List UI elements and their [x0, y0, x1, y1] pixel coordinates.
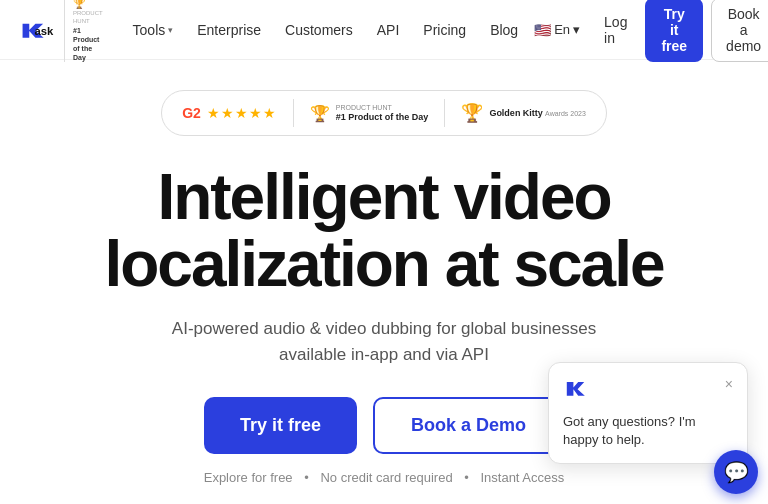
try-free-nav-button[interactable]: Try it free	[645, 0, 703, 62]
login-button[interactable]: Log in	[594, 8, 637, 52]
logo-area: ask 🏆 PRODUCT HUNT #1 Product of the Day	[20, 0, 103, 62]
ph-badge-sub: PRODUCT HUNT	[336, 103, 429, 112]
hero-try-free-button[interactable]: Try it free	[204, 397, 357, 454]
navbar: ask 🏆 PRODUCT HUNT #1 Product of the Day…	[0, 0, 768, 60]
chat-message-text: Got any questions? I'm happy to help.	[563, 413, 733, 449]
navbar-ph-badge: 🏆 PRODUCT HUNT #1 Product of the Day	[64, 0, 103, 62]
book-demo-nav-button[interactable]: Book a demo	[711, 0, 768, 62]
gk-title: Golden Kitty	[489, 108, 543, 118]
golden-kitty-badge: 🏆 Golden Kitty Awards 2023	[461, 102, 585, 124]
badge-divider-1	[293, 99, 294, 127]
hero-subtext: AI-powered audio & video dubbing for glo…	[164, 316, 604, 367]
nav-blog[interactable]: Blog	[480, 16, 528, 44]
svg-text:ask: ask	[34, 25, 54, 37]
nav-links: Tools ▾ Enterprise Customers API Pricing…	[123, 16, 529, 44]
nav-enterprise[interactable]: Enterprise	[187, 16, 271, 44]
nav-tools[interactable]: Tools ▾	[123, 16, 184, 44]
nav-pricing[interactable]: Pricing	[413, 16, 476, 44]
tools-chevron-icon: ▾	[168, 25, 173, 35]
hero-book-demo-button[interactable]: Book a Demo	[373, 397, 564, 454]
trophy-icon: 🏆	[73, 0, 103, 10]
trust-badges-row: G2 ★★★★★ 🏆 PRODUCT HUNT #1 Product of th…	[161, 90, 607, 136]
rask-logo-icon: ask	[20, 18, 56, 42]
hero-footer-text: Explore for free • No credit card requir…	[200, 470, 569, 485]
chat-widget-header: ×	[563, 377, 733, 405]
star-rating: ★★★★★	[207, 105, 277, 121]
chat-bubble-button[interactable]: 💬	[714, 450, 758, 494]
language-selector[interactable]: 🇺🇸 En ▾	[528, 18, 586, 42]
g2-badge: G2 ★★★★★	[182, 105, 277, 121]
flag-icon: 🇺🇸	[534, 22, 551, 38]
hero-cta-row: Try it free Book a Demo	[204, 397, 564, 454]
nav-customers[interactable]: Customers	[275, 16, 363, 44]
ph-hero-badge: 🏆 PRODUCT HUNT #1 Product of the Day	[310, 103, 429, 124]
chat-bubble-icon: 💬	[724, 460, 749, 484]
ph-label: PRODUCT HUNT	[73, 10, 103, 26]
nav-api[interactable]: API	[367, 16, 410, 44]
chat-rask-logo	[563, 377, 591, 405]
chat-widget: × Got any questions? I'm happy to help.	[548, 362, 748, 464]
lang-chevron-icon: ▾	[573, 22, 580, 37]
ph-badge-main: #1 Product of the Day	[336, 112, 429, 124]
gk-year: Awards 2023	[545, 110, 586, 117]
ph-trophy-icon: 🏆	[310, 104, 330, 123]
hero-headline: Intelligent video localization at scale	[104, 164, 663, 298]
g2-logo: G2	[182, 105, 201, 121]
chat-close-button[interactable]: ×	[725, 377, 733, 391]
golden-kitty-icon: 🏆	[461, 102, 483, 124]
logo-mark[interactable]: ask	[20, 18, 56, 42]
ph-title: #1 Product of the Day	[73, 26, 103, 62]
badge-divider-2	[444, 99, 445, 127]
nav-right: 🇺🇸 En ▾ Log in Try it free Book a demo	[528, 0, 768, 62]
